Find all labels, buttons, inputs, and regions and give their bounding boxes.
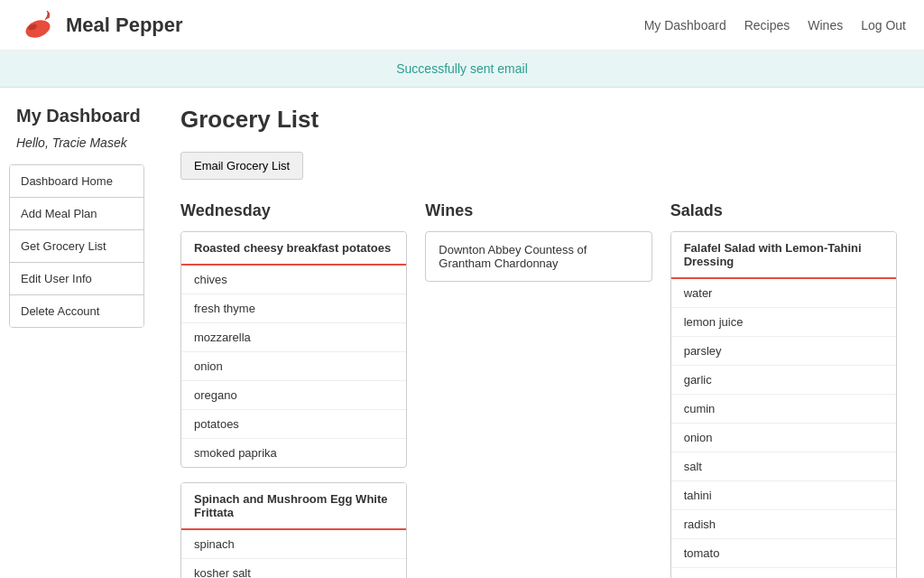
salad-ingredient-lemon-juice: lemon juice <box>671 308 896 337</box>
ingredient-onion: onion <box>181 352 406 381</box>
nav-recipes[interactable]: Recipes <box>744 18 790 33</box>
salad-ingredient-garlic: garlic <box>671 366 896 395</box>
svg-point-0 <box>23 17 52 41</box>
ingredient-smoked-paprika: smoked paprika <box>181 439 406 467</box>
success-banner: Successfully sent email <box>0 51 924 88</box>
columns: Wednesday Roasted cheesy breakfast potat… <box>180 201 897 578</box>
sidebar-item-edit-user-info[interactable]: Edit User Info <box>10 263 143 295</box>
ingredient-fresh-thyme: fresh thyme <box>181 294 406 323</box>
chili-icon <box>18 9 59 41</box>
wine-name: Downton Abbey Countess of Grantham Chard… <box>439 243 587 270</box>
ingredient-oregano: oregano <box>181 381 406 410</box>
sidebar: My Dashboard Hello, Tracie Masek Dashboa… <box>0 88 153 578</box>
salad-ingredient-romaine: romaine <box>671 568 896 578</box>
wednesday-title: Wednesday <box>180 201 407 220</box>
salad-ingredient-salt: salt <box>671 452 896 481</box>
nav-logout[interactable]: Log Out <box>861 18 906 33</box>
salad-ingredient-tahini: tahini <box>671 481 896 510</box>
ingredient-potatoes: potatoes <box>181 410 406 439</box>
sidebar-item-get-grocery-list[interactable]: Get Grocery List <box>10 230 143 263</box>
ingredient-spinach: spinach <box>181 530 406 559</box>
ingredient-kosher-salt: kosher salt <box>181 559 406 578</box>
wines-column: Wines Downton Abbey Countess of Grantham… <box>425 201 651 293</box>
recipe-name-breakfast-potatoes: Roasted cheesy breakfast potatoes <box>181 232 406 266</box>
page-title: Grocery List <box>180 106 897 134</box>
salads-title: Salads <box>670 201 897 220</box>
wines-title: Wines <box>425 201 651 220</box>
nav-dashboard[interactable]: My Dashboard <box>644 18 726 33</box>
salads-column: Salads Falafel Salad with Lemon-Tahini D… <box>670 201 897 578</box>
email-grocery-list-button[interactable]: Email Grocery List <box>180 152 303 180</box>
salad-ingredient-onion: onion <box>671 424 896 452</box>
salad-ingredient-radish: radish <box>671 510 896 539</box>
sidebar-item-dashboard-home[interactable]: Dashboard Home <box>10 165 143 198</box>
ingredient-chives: chives <box>181 266 406 294</box>
sidebar-title: My Dashboard <box>9 106 144 126</box>
wine-card-chardonnay: Downton Abbey Countess of Grantham Chard… <box>425 231 651 282</box>
header-nav: My Dashboard Recipes Wines Log Out <box>644 18 906 33</box>
header: Meal Pepper My Dashboard Recipes Wines L… <box>0 0 924 51</box>
ingredient-mozzarella: mozzarella <box>181 323 406 352</box>
nav-wines[interactable]: Wines <box>808 18 843 33</box>
salad-ingredient-cumin: cumin <box>671 395 896 424</box>
recipe-name-frittata: Spinach and Mushroom Egg White Frittata <box>181 483 406 530</box>
sidebar-item-delete-account[interactable]: Delete Account <box>10 295 143 327</box>
salad-name-falafel: Falafel Salad with Lemon-Tahini Dressing <box>671 232 896 279</box>
logo-text: Meal Pepper <box>66 14 183 37</box>
main-content: Grocery List Email Grocery List Wednesda… <box>153 88 924 578</box>
sidebar-item-add-meal-plan[interactable]: Add Meal Plan <box>10 198 143 230</box>
wednesday-column: Wednesday Roasted cheesy breakfast potat… <box>180 201 407 578</box>
salad-card-falafel: Falafel Salad with Lemon-Tahini Dressing… <box>670 231 897 578</box>
success-message: Successfully sent email <box>396 61 528 76</box>
logo: Meal Pepper <box>18 9 183 41</box>
salad-ingredient-parsley: parsley <box>671 337 896 366</box>
recipe-card-frittata: Spinach and Mushroom Egg White Frittata … <box>180 482 407 578</box>
sidebar-nav: Dashboard Home Add Meal Plan Get Grocery… <box>9 164 144 328</box>
sidebar-greeting: Hello, Tracie Masek <box>9 135 144 150</box>
layout: My Dashboard Hello, Tracie Masek Dashboa… <box>0 88 924 578</box>
recipe-card-breakfast-potatoes: Roasted cheesy breakfast potatoes chives… <box>180 231 407 468</box>
salad-ingredient-tomato: tomato <box>671 539 896 568</box>
salad-ingredient-water: water <box>671 279 896 308</box>
